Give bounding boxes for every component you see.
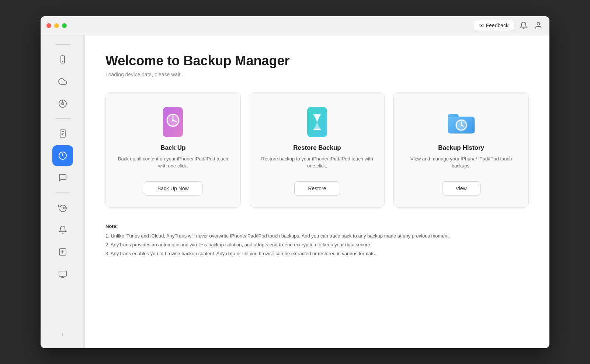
svg-rect-26 bbox=[313, 129, 321, 130]
backup-card-desc: Back up all content on your iPhone/ iPad… bbox=[115, 155, 232, 170]
close-button[interactable] bbox=[46, 23, 51, 28]
sidebar-divider-mid2 bbox=[55, 193, 70, 193]
restore-phone-icon bbox=[304, 107, 330, 137]
svg-point-4 bbox=[62, 103, 64, 105]
svg-point-0 bbox=[537, 22, 539, 25]
history-card-title: Backup History bbox=[438, 144, 484, 152]
card-history: Backup History View and manage your iPho… bbox=[393, 92, 529, 208]
backup-icon-wrap bbox=[158, 107, 188, 137]
note-item-3: 3. AnyTrans enables you to browse backup… bbox=[105, 250, 529, 258]
user-icon[interactable] bbox=[533, 20, 544, 31]
titlebar: ✉ Feedback bbox=[41, 16, 549, 35]
app-window: ✉ Feedback bbox=[41, 16, 549, 348]
main-layout: HEIC bbox=[41, 35, 549, 348]
note-item-2: 2. AnyTrans provides an automatic and wi… bbox=[105, 241, 529, 249]
view-button[interactable]: View bbox=[442, 181, 480, 195]
card-backup: Back Up Back up all content on your iPho… bbox=[105, 92, 241, 208]
sidebar-item-messages[interactable] bbox=[52, 167, 73, 188]
history-icon-wrap bbox=[447, 107, 476, 137]
svg-rect-25 bbox=[313, 114, 321, 115]
history-card-desc: View and manage your iPhone/ iPad/iPod t… bbox=[403, 155, 520, 170]
sidebar-item-screen[interactable] bbox=[52, 264, 73, 284]
svg-point-33 bbox=[461, 124, 462, 126]
sidebar-item-heic[interactable]: HEIC bbox=[52, 197, 73, 218]
minimize-button[interactable] bbox=[54, 23, 59, 28]
history-folder-icon bbox=[447, 108, 476, 136]
sidebar: HEIC bbox=[41, 35, 85, 348]
feedback-button[interactable]: ✉ Feedback bbox=[474, 20, 514, 31]
restore-card-desc: Restore backup to your iPhone/ iPad/iPod… bbox=[259, 155, 376, 170]
backup-now-button[interactable]: Back Up Now bbox=[144, 181, 202, 195]
sidebar-item-notifications[interactable] bbox=[52, 219, 73, 240]
restore-button[interactable]: Restore bbox=[294, 181, 340, 195]
sidebar-divider-top bbox=[55, 44, 70, 45]
page-title: Welcome to Backup Manager bbox=[105, 53, 529, 69]
email-icon: ✉ bbox=[479, 22, 484, 28]
cards-row: Back Up Back up all content on your iPho… bbox=[105, 92, 529, 208]
sidebar-item-backup[interactable] bbox=[52, 145, 73, 166]
bell-icon[interactable] bbox=[518, 20, 529, 31]
sidebar-item-music[interactable] bbox=[52, 93, 73, 114]
feedback-label: Feedback bbox=[486, 22, 509, 28]
restore-icon-wrap bbox=[302, 107, 332, 137]
sidebar-expand-button[interactable]: › bbox=[58, 329, 68, 339]
svg-rect-15 bbox=[59, 271, 66, 276]
notes-section: Note: 1. Unlike iTunes and iCloud, AnyTr… bbox=[105, 222, 529, 258]
sidebar-item-appstore[interactable] bbox=[52, 242, 73, 262]
titlebar-right: ✉ Feedback bbox=[474, 20, 544, 31]
card-restore: Restore Backup Restore backup to your iP… bbox=[250, 92, 385, 208]
sidebar-item-device[interactable] bbox=[52, 49, 73, 70]
sidebar-divider-mid1 bbox=[55, 118, 70, 119]
svg-point-23 bbox=[172, 119, 174, 121]
backup-phone-icon bbox=[160, 107, 186, 137]
window-controls bbox=[46, 23, 67, 28]
backup-card-title: Back Up bbox=[160, 144, 185, 152]
notes-label: Note: bbox=[105, 222, 529, 230]
sidebar-item-transfer[interactable] bbox=[52, 123, 73, 144]
svg-rect-6 bbox=[60, 130, 65, 137]
sidebar-item-cloud[interactable] bbox=[52, 71, 73, 92]
note-item-1: 1. Unlike iTunes and iCloud, AnyTrans wi… bbox=[105, 232, 529, 240]
svg-text:HEIC: HEIC bbox=[62, 207, 67, 209]
page-subtitle: Loading device data, please wait... bbox=[105, 72, 529, 77]
restore-card-title: Restore Backup bbox=[293, 144, 341, 152]
main-content: Welcome to Backup Manager Loading device… bbox=[85, 35, 549, 348]
maximize-button[interactable] bbox=[62, 23, 67, 28]
